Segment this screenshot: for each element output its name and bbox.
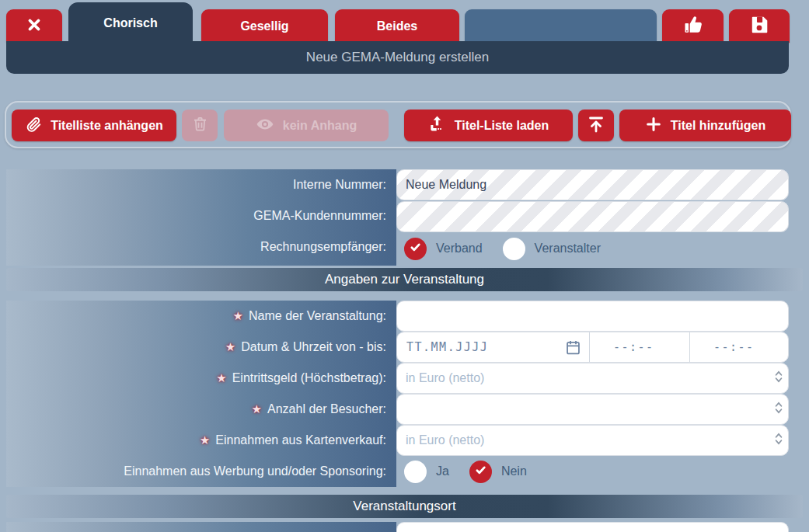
interne-nummer-input[interactable]: Neue Meldung <box>396 169 789 200</box>
upload-to-top-button[interactable] <box>578 110 614 141</box>
number-stepper-icon[interactable] <box>774 370 783 387</box>
time-to-input[interactable]: --:-- <box>689 332 788 362</box>
general-labels: Interne Nummer: GEMA-Kundennummer: Rechn… <box>6 169 396 266</box>
location-first-input[interactable] <box>396 522 789 532</box>
save-icon <box>749 15 769 38</box>
thumbs-up-icon <box>683 15 703 38</box>
button-label: Titelliste anhängen <box>51 119 163 133</box>
field-label: ★Eintrittsgeld (Höchstbetrag): <box>6 363 396 394</box>
field-label: GEMA-Kundennummer: <box>6 200 396 231</box>
number-stepper-icon[interactable] <box>774 401 783 418</box>
trash-icon <box>192 116 208 135</box>
radio-label: Verband <box>436 242 483 256</box>
field-label: ★Einnahmen aus Kartenverkauf: <box>6 425 396 456</box>
event-labels: ★Name der Veranstaltung: ★Datum & Uhrzei… <box>6 301 396 487</box>
section-header-location: Veranstaltungsort <box>6 495 803 518</box>
besucher-input[interactable] <box>396 394 789 425</box>
add-title-button[interactable]: Titel hinzufügen <box>619 110 791 141</box>
title-list-toolbar: Titelliste anhängen kein Anhang Titel-Li… <box>5 101 791 148</box>
tab-empty[interactable] <box>465 9 657 43</box>
time-from-input[interactable]: --:-- <box>589 332 689 362</box>
tab-label: Beides <box>377 19 417 33</box>
radio-ja[interactable] <box>404 461 427 483</box>
gema-kundennummer-input[interactable] <box>396 201 789 232</box>
page-title: Neue GEMA-Meldung erstellen <box>6 41 789 74</box>
check-icon <box>409 241 422 257</box>
field-label: Interne Nummer: <box>6 169 396 200</box>
field-label: ★Datum & Uhrzeit von - bis: <box>6 332 396 363</box>
radio-label: Ja <box>436 464 449 478</box>
button-label: Titel hinzufügen <box>671 119 765 133</box>
save-button[interactable] <box>729 9 790 43</box>
approve-button[interactable] <box>662 9 724 43</box>
field-label: ★Anzahl der Besucher: <box>6 394 396 425</box>
upload-icon <box>428 115 446 136</box>
attach-title-list-button[interactable]: Titelliste anhängen <box>12 110 176 141</box>
event-name-input[interactable] <box>396 301 789 332</box>
eintrittsgeld-input[interactable]: in Euro (netto) <box>396 363 789 394</box>
location-labels <box>6 522 396 532</box>
radio-veranstalter[interactable] <box>503 238 525 260</box>
plus-icon <box>645 116 662 136</box>
radio-verband[interactable] <box>404 238 427 260</box>
required-star-icon: ★ <box>252 402 262 416</box>
kartenverkauf-input[interactable]: in Euro (netto) <box>396 425 789 456</box>
rechnungsempfaenger-options: Verband Veranstalter <box>404 233 612 264</box>
view-attachment-button[interactable]: kein Anhang <box>224 110 389 141</box>
delete-attachment-button[interactable] <box>182 110 218 141</box>
paperclip-icon <box>25 116 42 136</box>
tab-beides[interactable]: Beides <box>335 9 459 43</box>
attachment-status-label: kein Anhang <box>283 119 357 133</box>
close-icon <box>26 16 43 37</box>
event-datetime-row: TT.MM.JJJJ --:-- --:-- <box>396 332 789 363</box>
required-star-icon: ★ <box>233 309 243 323</box>
werbung-options: Ja Nein <box>404 456 538 487</box>
required-star-icon: ★ <box>200 433 210 447</box>
upload-to-line-icon <box>587 115 605 137</box>
button-label: Titel-Liste laden <box>455 119 549 133</box>
radio-nein[interactable] <box>469 461 492 483</box>
number-stepper-icon[interactable] <box>774 432 783 449</box>
tab-gesellig[interactable]: Gesellig <box>201 9 328 43</box>
load-title-list-button[interactable]: Titel-Liste laden <box>404 110 573 141</box>
radio-label: Veranstalter <box>535 242 601 256</box>
tab-label: Chorisch <box>103 16 157 30</box>
calendar-icon[interactable] <box>565 339 581 359</box>
required-star-icon: ★ <box>216 371 226 385</box>
field-label: Rechnungsempfänger: <box>6 231 396 263</box>
date-input[interactable]: TT.MM.JJJJ <box>397 332 589 362</box>
tab-label: Gesellig <box>240 19 288 33</box>
close-button[interactable] <box>6 9 62 43</box>
field-label: Einnahmen aus Werbung und/oder Sponsorin… <box>6 456 396 487</box>
eye-icon <box>256 115 274 137</box>
field-label: ★Name der Veranstaltung: <box>6 301 396 332</box>
check-icon <box>474 464 487 480</box>
tab-chorisch[interactable]: Chorisch <box>68 2 193 44</box>
section-header-event: Angaben zur Veranstaltung <box>6 268 803 291</box>
required-star-icon: ★ <box>225 340 235 354</box>
radio-label: Nein <box>501 464 527 478</box>
